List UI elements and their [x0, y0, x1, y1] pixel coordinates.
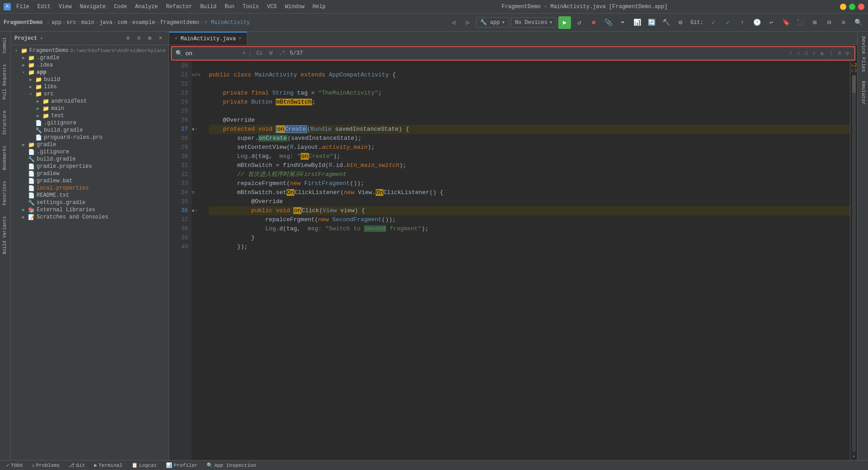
make-button[interactable]: 🔨: [660, 16, 672, 29]
menu-navigate[interactable]: Navigate: [76, 3, 109, 11]
coverage-button[interactable]: ☂: [616, 16, 629, 29]
tree-item-build[interactable]: ▶ 📁 build: [11, 76, 169, 83]
tool2[interactable]: ⊟: [823, 16, 835, 29]
search-option1[interactable]: ↕: [811, 49, 817, 58]
search-option4[interactable]: ≡: [836, 49, 843, 58]
app-inspection-tab[interactable]: 🔍 App Inspection: [204, 462, 259, 468]
code-lines[interactable]: public class MainActivity extends AppCom…: [205, 62, 850, 460]
tree-item-gradle-folder[interactable]: ▶ 📁 gradle: [11, 141, 169, 148]
tree-item-scratches[interactable]: ▶ 📝 Scratches and Consoles: [11, 214, 169, 221]
todo-tab[interactable]: ✓ TODO: [4, 462, 25, 468]
structure-tab[interactable]: Structure: [0, 105, 10, 140]
regex-button[interactable]: .*: [277, 49, 287, 57]
breakpoint-icon[interactable]: ↑: [195, 125, 198, 134]
tree-item-idea[interactable]: ▶ 📁 .idea: [11, 62, 169, 69]
tree-item-settingsgradle[interactable]: ▶ 🔧 settings.gradle: [11, 199, 169, 206]
build-variants-tab[interactable]: Build Variants: [0, 211, 10, 260]
git-check-button[interactable]: ✓: [707, 16, 720, 29]
breakpoint-icon2[interactable]: ↑: [195, 206, 198, 215]
search-option3[interactable]: ⋮: [826, 49, 835, 58]
terminal-button[interactable]: ⬛: [794, 16, 807, 29]
logcat-tab[interactable]: 📋 Logcat: [129, 462, 160, 468]
tree-item-external-libs[interactable]: ▶ 📚 External Libraries: [11, 206, 169, 214]
menu-analyze[interactable]: Analyze: [132, 3, 161, 11]
stop-button[interactable]: ■: [587, 16, 600, 29]
panel-locate-button[interactable]: ⊙: [123, 34, 132, 43]
tool1[interactable]: ⊞: [808, 16, 821, 29]
menu-code[interactable]: Code: [110, 3, 131, 11]
project-panel-dropdown[interactable]: ▾: [40, 35, 43, 41]
tree-item-libs[interactable]: ▶ 📁 libs: [11, 83, 169, 90]
tree-item-buildgradle1[interactable]: ▶ 🔧 build.gradle: [11, 127, 169, 134]
panel-settings-button[interactable]: ⚙: [145, 34, 154, 43]
search-expand-button[interactable]: □: [803, 49, 810, 58]
run-gutter-icon2[interactable]: ●: [192, 206, 195, 215]
breadcrumb-example[interactable]: example: [132, 19, 155, 26]
search-prev-button[interactable]: ↑: [788, 49, 794, 58]
sync-button[interactable]: 🔄: [645, 16, 658, 29]
breadcrumb-mainactivity[interactable]: ⚡ MainActivity: [204, 19, 250, 26]
breadcrumb-java[interactable]: java: [99, 19, 113, 26]
terminal-tab[interactable]: ▶ Terminal: [91, 462, 125, 468]
profiler-tab[interactable]: 📊 Profiler: [163, 462, 200, 468]
tree-item-readme[interactable]: ▶ 📄 README.txt: [11, 192, 169, 199]
pull-requests-tab[interactable]: Pull Requests: [0, 59, 10, 105]
git-rollback-button[interactable]: ↩: [765, 16, 778, 29]
git-history-button[interactable]: 🕐: [750, 16, 763, 29]
menu-help[interactable]: Help: [309, 3, 329, 11]
case-sensitive-button[interactable]: Cc: [255, 49, 264, 57]
tree-item-androidtest[interactable]: ▶ 📁 androidTest: [11, 98, 169, 105]
tree-item-src[interactable]: ▾ 📁 src: [11, 90, 169, 98]
tree-item-gradleprops[interactable]: ▶ 📄 gradle.properties: [11, 163, 169, 170]
breadcrumb-fragmentdemo[interactable]: fragmentdemo: [160, 19, 199, 26]
menu-run[interactable]: Run: [221, 3, 238, 11]
menu-vcs[interactable]: VCS: [264, 3, 281, 11]
tree-root[interactable]: ▾ 📁 FragmentDemo D:\workSoftware\Android…: [11, 47, 169, 54]
device-files-tab[interactable]: Device Files: [858, 32, 868, 76]
search-next-button[interactable]: ↓: [795, 49, 802, 58]
fold-icon[interactable]: ▽: [192, 188, 195, 197]
tree-item-app[interactable]: ▾ 📁 app: [11, 69, 169, 76]
commit-tab[interactable]: Commit: [0, 32, 10, 59]
tree-item-buildgradle2[interactable]: ▶ 🔧 build.gradle: [11, 156, 169, 163]
scroll-down-arrow[interactable]: ▾: [852, 454, 855, 459]
bookmark-button[interactable]: 🔖: [779, 16, 792, 29]
tree-item-main[interactable]: ▶ 📁 main: [11, 105, 169, 112]
panel-collapse-button[interactable]: ≡: [134, 34, 143, 43]
forward-button[interactable]: ▷: [462, 16, 474, 29]
back-button[interactable]: ◁: [447, 16, 460, 29]
tree-item-gradle-hidden[interactable]: ▶ 📁 .gradle: [11, 54, 169, 62]
search-input[interactable]: [185, 50, 240, 57]
menu-refactor[interactable]: Refactor: [162, 3, 196, 11]
tool3[interactable]: ≡: [837, 16, 850, 29]
tree-item-test[interactable]: ▶ 📁 test: [11, 112, 169, 119]
device-selector[interactable]: No Devices ▾: [511, 17, 557, 28]
editor-tab-mainactivity[interactable]: ⚡ MainActivity.java ×: [169, 32, 247, 45]
breadcrumb-com[interactable]: com: [118, 19, 127, 26]
breadcrumb-main[interactable]: main: [81, 19, 94, 26]
menu-view[interactable]: View: [55, 3, 75, 11]
tree-item-gradlew[interactable]: ▶ 📄 gradlew: [11, 170, 169, 177]
menu-tools[interactable]: Tools: [239, 3, 263, 11]
attach-button[interactable]: 📎: [602, 16, 614, 29]
run-gutter-icon[interactable]: ●: [192, 125, 195, 134]
search-option2[interactable]: ⇅: [818, 49, 825, 58]
favorites-tab[interactable]: Favorites: [0, 176, 10, 211]
maximize-button[interactable]: □: [849, 4, 855, 10]
bookmarks-tab[interactable]: Bookmarks: [0, 140, 10, 176]
tree-item-gradlewbat[interactable]: ▶ 📄 gradlew.bat: [11, 177, 169, 185]
breadcrumb-app[interactable]: app: [52, 19, 61, 26]
menu-window[interactable]: Window: [281, 3, 308, 11]
breadcrumb-src[interactable]: src: [66, 19, 76, 26]
git-commit-button[interactable]: ✓: [722, 16, 734, 29]
scrollbar-thumb[interactable]: [852, 75, 856, 93]
problems-tab[interactable]: ⚠ Problems: [29, 462, 62, 468]
menu-edit[interactable]: Edit: [34, 3, 54, 11]
search-clear-button[interactable]: ×: [242, 50, 245, 57]
tab-close-button[interactable]: ×: [239, 36, 241, 41]
settings-button[interactable]: ⚙: [674, 16, 687, 29]
profile-button[interactable]: 📊: [631, 16, 643, 29]
run-button[interactable]: ▶: [558, 16, 571, 29]
rerun-button[interactable]: ↺: [573, 16, 585, 29]
search-option5[interactable]: ▽: [844, 49, 851, 58]
